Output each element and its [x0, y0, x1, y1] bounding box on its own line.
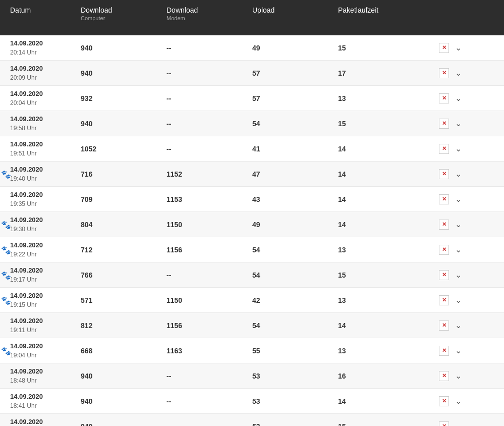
cell-dl-computer: 932	[81, 94, 166, 102]
table-row: 14.09.2020 19:51 Uhr 1052 -- 41 14 ✕ ⌄	[0, 136, 504, 162]
cell-dl-computer: 571	[81, 296, 166, 304]
cell-date: 14.09.2020 18:40 Uhr	[0, 417, 81, 426]
cell-paket: 13	[338, 94, 439, 102]
cell-date: 14.09.2020 19:17 Uhr	[0, 265, 81, 285]
table-row: 14.09.2020 18:48 Uhr 940 -- 53 16 ✕ ⌄	[0, 363, 504, 389]
expand-button[interactable]: ⌄	[455, 321, 462, 330]
delete-icon: ✕	[442, 398, 446, 404]
date-value: 14.09.2020	[10, 64, 81, 74]
delete-button[interactable]: ✕	[439, 295, 449, 305]
delete-button[interactable]: ✕	[439, 371, 449, 381]
cell-dl-computer: 940	[81, 69, 166, 77]
row-indicator: 🐾	[1, 270, 11, 280]
cell-date: 14.09.2020 18:48 Uhr	[0, 366, 81, 386]
cell-actions: ✕ ⌄	[439, 93, 504, 103]
cell-paket: 13	[338, 246, 439, 254]
cell-dl-modem: --	[166, 69, 252, 77]
expand-button[interactable]: ⌄	[455, 93, 462, 103]
delete-button[interactable]: ✕	[439, 245, 449, 255]
table-row: 14.09.2020 18:40 Uhr 940 -- 53 15 ✕ ⌄	[0, 414, 504, 426]
cell-dl-computer: 812	[81, 322, 166, 330]
delete-button[interactable]: ✕	[439, 346, 449, 356]
expand-button[interactable]: ⌄	[455, 245, 462, 254]
cell-dl-computer: 668	[81, 347, 166, 355]
expand-button[interactable]: ⌄	[455, 396, 462, 406]
row-indicator: 🐾	[1, 169, 11, 179]
date-value: 14.09.2020	[10, 165, 81, 175]
cell-paket: 14	[338, 195, 439, 203]
expand-button[interactable]: ⌄	[455, 270, 462, 280]
expand-button[interactable]: ⌄	[455, 346, 462, 355]
delete-icon: ✕	[442, 171, 446, 177]
delete-button[interactable]: ✕	[439, 396, 449, 406]
cell-paket: 13	[338, 347, 439, 355]
delete-icon: ✕	[442, 322, 446, 329]
time-value: 19:30 Uhr	[10, 225, 81, 234]
expand-button[interactable]: ⌄	[455, 421, 462, 426]
delete-button[interactable]: ✕	[439, 68, 449, 78]
cell-actions: ✕ ⌄	[439, 220, 504, 230]
cell-paket: 15	[338, 271, 439, 279]
cell-dl-computer: 716	[81, 170, 166, 178]
cell-dl-computer: 940	[81, 422, 166, 427]
delete-button[interactable]: ✕	[439, 194, 449, 204]
table-row: 14.09.2020 19:35 Uhr 709 1153 43 14 ✕ ⌄	[0, 187, 504, 212]
cell-date: 14.09.2020 18:41 Uhr	[0, 392, 81, 411]
table-row: 🐾 14.09.2020 19:40 Uhr 716 1152 47 14 ✕ …	[0, 162, 504, 187]
cell-actions: ✕ ⌄	[439, 119, 504, 129]
date-value: 14.09.2020	[10, 341, 81, 351]
cell-upload: 57	[252, 94, 338, 102]
cell-actions: ✕ ⌄	[439, 245, 504, 255]
cell-upload: 54	[252, 322, 338, 330]
table-row: 14.09.2020 19:11 Uhr 812 1156 54 14 ✕ ⌄	[0, 313, 504, 338]
delete-button[interactable]: ✕	[439, 321, 449, 331]
delete-button[interactable]: ✕	[439, 421, 449, 427]
cell-date: 14.09.2020 20:09 Uhr	[0, 64, 81, 83]
table-row: 14.09.2020 19:58 Uhr 940 -- 54 15 ✕ ⌄	[0, 111, 504, 136]
delete-button[interactable]: ✕	[439, 270, 449, 280]
cell-upload: 53	[252, 397, 338, 405]
table-row: 🐾 14.09.2020 19:15 Uhr 571 1150 42 13 ✕ …	[0, 288, 504, 313]
delete-icon: ✕	[442, 221, 446, 228]
delete-button[interactable]: ✕	[439, 144, 449, 154]
delete-icon: ✕	[442, 423, 446, 426]
delete-button[interactable]: ✕	[439, 169, 449, 179]
expand-button[interactable]: ⌄	[455, 371, 462, 381]
expand-button[interactable]: ⌄	[455, 169, 462, 179]
delete-button[interactable]: ✕	[439, 119, 449, 129]
expand-button[interactable]: ⌄	[455, 194, 462, 204]
delete-button[interactable]: ✕	[439, 93, 449, 103]
cell-paket: 13	[338, 296, 439, 304]
cell-dl-computer: 940	[81, 44, 166, 52]
cell-upload: 53	[252, 372, 338, 380]
time-value: 19:35 Uhr	[10, 199, 81, 208]
cell-dl-computer: 1052	[81, 145, 166, 153]
time-value: 19:40 Uhr	[10, 174, 81, 183]
table-row: 🐾 14.09.2020 19:30 Uhr 804 1150 49 14 ✕ …	[0, 212, 504, 237]
delete-button[interactable]: ✕	[439, 220, 449, 230]
cell-date: 14.09.2020 19:22 Uhr	[0, 240, 81, 259]
delete-icon: ✕	[442, 372, 446, 379]
expand-button[interactable]: ⌄	[455, 119, 462, 128]
expand-button[interactable]: ⌄	[455, 220, 462, 229]
cell-paket: 14	[338, 221, 439, 229]
header-datum: Datum	[0, 6, 81, 14]
cell-paket: 14	[338, 145, 439, 153]
table-row: 14.09.2020 20:14 Uhr 940 -- 49 15 ✕ ⌄	[0, 35, 504, 61]
time-value: 20:09 Uhr	[10, 73, 81, 82]
table-header: Datum Download Computer Download Modem U…	[0, 0, 504, 35]
time-value: 19:17 Uhr	[10, 275, 81, 284]
cell-upload: 53	[252, 422, 338, 427]
cell-dl-modem: --	[166, 271, 252, 279]
cell-date: 14.09.2020 19:15 Uhr	[0, 291, 81, 310]
row-indicator: 🐾	[1, 220, 11, 229]
table-row: 🐾 14.09.2020 19:22 Uhr 712 1156 54 13 ✕ …	[0, 237, 504, 262]
table-row: 🐾 14.09.2020 19:04 Uhr 668 1163 55 13 ✕ …	[0, 338, 504, 363]
expand-button[interactable]: ⌄	[455, 144, 462, 153]
expand-button[interactable]: ⌄	[455, 68, 462, 78]
cell-dl-modem: 1156	[166, 322, 252, 330]
cell-dl-modem: --	[166, 372, 252, 380]
delete-button[interactable]: ✕	[439, 43, 449, 53]
expand-button[interactable]: ⌄	[455, 43, 462, 52]
expand-button[interactable]: ⌄	[455, 295, 462, 305]
